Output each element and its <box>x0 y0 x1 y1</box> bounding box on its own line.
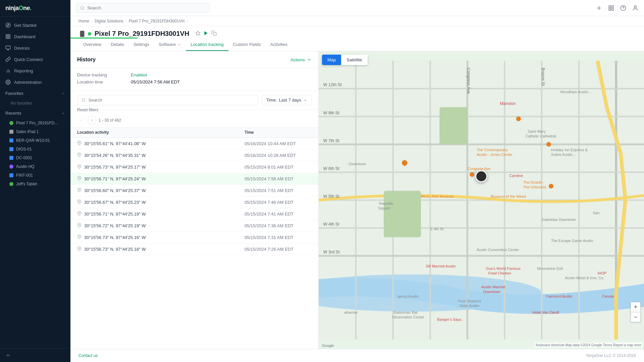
svg-point-111 <box>549 184 553 189</box>
satellite-view-button[interactable]: Satellite <box>341 55 367 65</box>
sidebar-item-quick-connect[interactable]: Quick Connect <box>0 54 70 65</box>
history-search-input[interactable] <box>88 98 254 103</box>
settings-icon <box>5 79 11 85</box>
search-box[interactable] <box>76 3 210 13</box>
pagination-info: 1 - 30 of 482 <box>99 118 121 123</box>
star-button[interactable] <box>195 31 201 37</box>
svg-text:- Downtown: - Downtown <box>346 162 366 166</box>
svg-text:Gus's World Famous: Gus's World Famous <box>486 266 521 270</box>
breadcrumb-sep-3: › <box>186 19 188 23</box>
sidebar-item-reporting[interactable]: Reporting <box>0 65 70 76</box>
grid-button[interactable] <box>608 5 614 11</box>
location-pin-icon <box>77 223 82 228</box>
history-search-icon <box>82 98 86 102</box>
svg-rect-19 <box>609 8 610 10</box>
table-row[interactable]: 30°15'56.73" N, 97°44'25.17" W 05/15/202… <box>70 161 318 173</box>
table-row[interactable]: 30°15'56.71" N, 97°44'25.19" W 05/15/202… <box>70 208 318 220</box>
breadcrumb-digital-solutions[interactable]: Digital Solutions <box>95 19 123 23</box>
location-pin-icon <box>77 188 82 193</box>
table-row[interactable]: 30°15'55.61" N, 97°44'41.08" W 05/16/202… <box>70 138 318 149</box>
tab-location-tracking[interactable]: Location tracking <box>186 39 228 51</box>
svg-rect-3 <box>8 35 10 36</box>
recents-item-digs[interactable]: DIGS-01 <box>0 145 70 154</box>
device-tracking-label: Device tracking <box>77 72 131 77</box>
user-button[interactable] <box>632 5 639 11</box>
location-time: 05/15/2024 7:56 AM EDT <box>245 176 312 181</box>
location-pin-icon <box>77 199 82 205</box>
recents-item-dc[interactable]: DC-0001 <box>0 154 70 162</box>
contact-link[interactable]: Contact us <box>78 353 98 358</box>
recents-item-austin[interactable]: Austin HQ <box>0 162 70 171</box>
recents-item-ber[interactable]: BER-QAR-W10-01 <box>0 136 70 145</box>
star-icon <box>195 31 201 36</box>
recents-label: Recents <box>5 111 21 116</box>
table-row[interactable]: 30°15'54.26" N, 97°44'35.31" W 05/16/202… <box>70 149 318 161</box>
time-filter[interactable]: Time: Last 7 days <box>262 95 312 105</box>
svg-point-0 <box>6 23 10 27</box>
location-time: 05/16/2024 10:44 AM EDT <box>245 141 312 146</box>
add-button[interactable] <box>596 5 602 11</box>
svg-text:Hotel Van Zandt: Hotel Van Zandt <box>532 311 559 315</box>
recents-item-jefftablet[interactable]: Jeff's Tablet <box>0 180 70 188</box>
search-input[interactable] <box>87 5 206 10</box>
sidebar-item-devices[interactable]: Devices <box>0 42 70 54</box>
svg-point-12 <box>7 81 9 83</box>
tab-activities[interactable]: Activities <box>266 39 292 51</box>
svg-rect-2 <box>6 35 8 36</box>
svg-text:Banger's Saus.: Banger's Saus. <box>437 317 462 321</box>
svg-marker-1 <box>7 24 9 26</box>
prev-page-button[interactable] <box>77 116 85 124</box>
apple-icon <box>9 130 13 134</box>
map-view-button[interactable]: Map <box>322 55 341 65</box>
breadcrumb-device[interactable]: Pixel 7 Pro_29191FDH3001VH <box>129 19 184 23</box>
history-search[interactable] <box>77 95 258 105</box>
recents-item-pixel7[interactable]: Pixel 7 Pro_29191FD... <box>0 119 70 127</box>
svg-text:Holiday Inn Express &: Holiday Inn Express & <box>551 148 588 152</box>
location-time: 05/15/2024 7:41 AM EDT <box>245 212 312 217</box>
collapse-button[interactable] <box>5 353 65 358</box>
breadcrumb-home[interactable]: Home <box>78 19 89 23</box>
col-location-header: Location activity <box>77 130 245 135</box>
zoom-out-button[interactable]: − <box>631 312 641 322</box>
recents-item-digs-label: DIGS-01 <box>16 147 32 152</box>
next-page-button[interactable] <box>88 116 96 124</box>
table-row[interactable]: 30°15'56.60" N, 97°44'25.37" W 05/15/202… <box>70 185 318 196</box>
help-button[interactable] <box>620 5 627 11</box>
location-coordinate: 30°15'56.71" N, 97°44'25.19" W <box>84 212 245 217</box>
table-row[interactable]: 30°15'56.67" N, 97°44'25.23" W 05/15/202… <box>70 196 318 208</box>
sidebar-item-dashboard[interactable]: Dashboard <box>0 31 70 42</box>
location-pin-icon <box>77 246 82 252</box>
favorites-section[interactable]: Favorites <box>0 88 70 99</box>
android-icon <box>9 121 13 125</box>
recents-item-ipad1[interactable]: Sales iPad 1 <box>0 127 70 136</box>
tab-overview[interactable]: Overview <box>78 39 106 51</box>
table-row[interactable]: 30°15'56.71" N, 97°44'25.24" W 05/15/202… <box>70 173 318 185</box>
map-container[interactable]: W 12th St W 9th St W 7th St W 6th St W 5… <box>319 51 644 349</box>
tab-settings[interactable]: Settings <box>129 39 154 51</box>
location-time: 05/15/2024 7:31 AM EDT <box>245 235 312 240</box>
actions-button[interactable]: Actions <box>290 57 312 62</box>
svg-point-36 <box>79 201 80 202</box>
tab-software[interactable]: Software <box>154 39 186 51</box>
bar-chart-icon <box>5 68 11 73</box>
sidebar-item-administration[interactable]: Administration <box>0 76 70 88</box>
sidebar-item-get-started[interactable]: Get Started <box>0 19 70 31</box>
zoom-in-button[interactable]: + <box>631 302 641 312</box>
play-button[interactable] <box>203 31 209 37</box>
tab-details[interactable]: Details <box>106 39 129 51</box>
copy-button[interactable] <box>211 31 217 37</box>
sidebar-item-dashboard-label: Dashboard <box>14 34 36 39</box>
recents-section[interactable]: Recents <box>0 108 70 119</box>
table-row[interactable]: 30°15'56.73" N, 97°44'25.16" W 05/15/202… <box>70 232 318 243</box>
topbar <box>70 0 644 16</box>
recents-item-austin-label: Austin HQ <box>16 164 35 169</box>
table-row[interactable]: 30°15'56.72" N, 97°44'25.19" W 05/15/202… <box>70 220 318 232</box>
svg-marker-26 <box>196 31 200 35</box>
svg-text:gency Austin: gency Austin <box>398 294 419 298</box>
sidebar-item-administration-label: Administration <box>14 80 42 85</box>
table-row[interactable]: 30°15'56.73" N, 97°44'25.18" W 05/15/202… <box>70 243 318 255</box>
tab-custom-fields[interactable]: Custom Fields <box>228 39 266 51</box>
recents-item-fint[interactable]: FINT-001 <box>0 171 70 180</box>
reset-filters[interactable]: Reset filters <box>70 108 318 112</box>
chevron-up-icon <box>61 92 65 96</box>
